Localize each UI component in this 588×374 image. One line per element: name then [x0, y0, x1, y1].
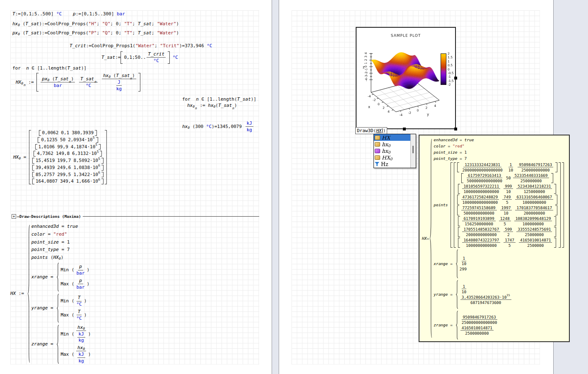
math-token: 1	[462, 256, 467, 261]
left-bracket	[457, 205, 459, 215]
formula-HX-def[interactable]: HX := enhanced3d = truecolor = "red"poin…	[10, 224, 91, 364]
formula-hx0n-assign[interactable]: hx0n := hx0(T_satn)	[187, 103, 237, 109]
fraction: T°C	[75, 309, 83, 321]
math-token: 170183770584617	[516, 205, 552, 210]
math-token: T_sat	[138, 21, 152, 27]
math-token: ):=	[39, 21, 47, 27]
math-token: J	[118, 80, 120, 85]
math-token: n	[195, 106, 197, 110]
math-token: length	[48, 65, 65, 71]
formula-T-def[interactable]: T:=[0,1;5..500] °C	[12, 11, 62, 17]
math-token: 50	[506, 176, 511, 180]
math-token: "Q"	[102, 30, 111, 36]
math-token: bar	[75, 270, 86, 276]
resize-handle-bottom[interactable]	[403, 128, 406, 130]
math-token: 1	[463, 256, 465, 261]
math-token: 52335440331669	[514, 173, 547, 178]
math-token: 1345,0079	[217, 124, 244, 130]
item-label: HX0	[382, 154, 393, 161]
math-token: :=	[16, 291, 27, 297]
math-token: Min	[60, 331, 69, 337]
resize-handle-right[interactable]	[454, 77, 457, 80]
math-token: 95098467917263	[518, 162, 553, 168]
math-rows: Min (hx0kJkg)Max (hx0kJkg)	[60, 325, 91, 364]
autocomplete-item-hz[interactable]: Hz	[374, 161, 411, 167]
math-row: 41650100148712500000000	[460, 326, 494, 335]
fraction: 110	[460, 284, 468, 294]
right-bracket	[554, 227, 556, 237]
math-token: kg	[79, 338, 84, 343]
left-bracket	[458, 216, 460, 226]
autocomplete-item-hx0[interactable]: hx0	[374, 147, 411, 154]
math-token: CoolProp_Props1	[92, 43, 133, 49]
formula-HX0-result[interactable]: HX0 = 0,00620,1380,39390,1235502,0934·10…	[13, 130, 107, 184]
math-token: ;	[118, 30, 124, 36]
draw3d-expression[interactable]: Draw3D(HX)	[355, 127, 387, 134]
math-token: ..	[43, 65, 48, 71]
math-token: 15	[506, 294, 510, 297]
formula-Tsat-def[interactable]: T_sat:=0,1;50..T_crit°C °C	[101, 51, 178, 64]
math-token: point_size	[31, 239, 59, 245]
math-token: 1	[510, 162, 512, 167]
math-token: 0	[116, 30, 119, 36]
fraction: 108382099648129100000000	[514, 216, 552, 226]
math-row: 95098467917263250000000000000	[460, 315, 499, 325]
collapse-toggle-icon[interactable]: +	[12, 214, 16, 219]
left-bracket	[35, 144, 37, 150]
math-token: T_sat	[80, 76, 94, 82]
formula-for-loop-1[interactable]: for n ∈ [1..length(T_sat)]	[12, 65, 87, 71]
math-token: °C	[206, 124, 212, 130]
fraction: 12485	[499, 216, 511, 226]
math-token: J	[116, 80, 122, 86]
autocomplete-item-hx0[interactable]: hx0	[374, 141, 411, 147]
math-token: =	[21, 154, 29, 160]
formula-hx0-eval[interactable]: hx0 (300 °C)=1345,0079 kJkg	[182, 121, 254, 133]
formula-Tcrit-def[interactable]: T_crit:=CoolProp_Props1("Water"; "Tcrit"…	[70, 43, 212, 49]
curly-brace	[56, 325, 59, 364]
math-token: =	[48, 305, 56, 311]
colorbar-tick: 1	[448, 60, 450, 63]
fraction: 1640807432237971000000000000	[462, 238, 500, 248]
math-token: (	[20, 30, 25, 36]
math-token: Min	[60, 267, 69, 273]
autocomplete-item-hx[interactable]: HX	[374, 134, 411, 141]
math-token: 0	[108, 75, 111, 79]
math-rows: Min (pbar)Max (pbar)	[60, 264, 89, 290]
formula-p-def[interactable]: p:=[0,1;5..300] bar	[73, 11, 125, 17]
math-row: 1,010699,94,1874·105	[35, 144, 101, 150]
math-row: Max (T°C)	[60, 309, 87, 321]
section-rule	[83, 216, 259, 217]
formula-px0-def[interactable]: px0 (T_sat):=CoolProp_Props("P"; "Q"; 0;…	[12, 30, 179, 36]
math-token: (	[111, 73, 116, 79]
math-row: 39,4939249,61,0838·106	[32, 165, 104, 171]
math-token: "H"	[89, 21, 97, 27]
resize-handle-corner[interactable]	[454, 128, 457, 130]
math-token: "T"	[124, 21, 133, 27]
math-rows: enhanced3d = truecolor = "red"point_size…	[434, 138, 564, 340]
math-token: 349,4	[60, 179, 74, 184]
math-token: 6170919193899	[463, 216, 494, 221]
autocomplete-scrollbar[interactable]	[410, 134, 416, 168]
plot-region[interactable]: SAMPLE PLOT -4-2024-4-202443210-1-2-3-42…	[356, 27, 456, 129]
math-token: °C	[77, 302, 82, 307]
fraction: 110	[507, 162, 514, 172]
math-token: 1000000000000	[466, 243, 496, 248]
math-token: 0	[116, 21, 119, 27]
math-token: points	[31, 255, 48, 261]
math-token: 1997	[500, 205, 512, 211]
right-bracket	[555, 205, 557, 215]
math-token: 33555248575691	[518, 227, 551, 232]
formula-hx0-def[interactable]: hx0 (T_sat):=CoolProp_Props("H"; "Q"; 0;…	[12, 21, 179, 27]
math-token: kJ	[246, 121, 253, 127]
scrollbar-thumb[interactable]	[412, 146, 414, 153]
math-token: 5	[504, 222, 506, 226]
math-token: (	[69, 352, 74, 357]
plot-z-tick: 1	[364, 62, 368, 64]
right-bracket	[105, 130, 107, 184]
formula-HX0-assign[interactable]: HX0n := px0 (T_satn)barT_satn°Chx0 (T_sa…	[16, 73, 140, 92]
math-token: Min	[60, 298, 69, 304]
math-token: 10	[502, 210, 509, 215]
math-row: 164,0807349,41,666·106	[32, 179, 104, 184]
formula-for-loop-2[interactable]: for n ∈ [1..length(T_sat)]	[182, 97, 256, 102]
autocomplete-item-hx0[interactable]: HX0	[374, 154, 411, 161]
